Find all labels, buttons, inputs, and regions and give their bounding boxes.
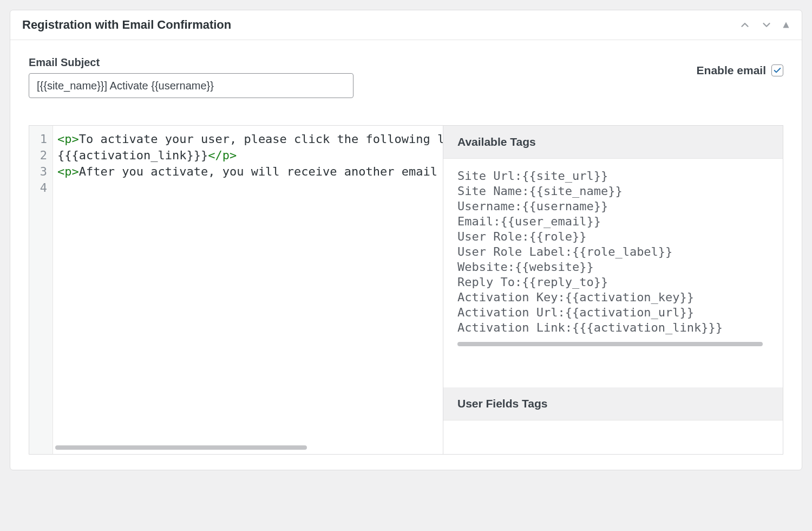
enable-email-row: Enable email (697, 64, 783, 77)
enable-email-checkbox[interactable] (771, 64, 783, 76)
triangle-up-icon[interactable] (782, 21, 790, 29)
email-subject-input[interactable] (29, 73, 353, 98)
line-number: 1 (37, 131, 47, 147)
tag-row[interactable]: Reply To:{{reply_to}} (457, 275, 769, 290)
editor-row: 1 2 3 4 <p>To activate your user, please… (29, 125, 783, 455)
tag-row[interactable]: User Role:{{role}} (457, 229, 769, 244)
tag-row[interactable]: Site Url:{{site_url}} (457, 169, 769, 184)
enable-email-label: Enable email (697, 64, 766, 77)
top-row: Email Subject Enable email (29, 56, 783, 98)
chevron-down-icon[interactable] (761, 19, 772, 31)
svg-marker-0 (783, 22, 789, 28)
tag-row[interactable]: Website:{{website}} (457, 260, 769, 275)
email-subject-label: Email Subject (29, 56, 353, 69)
code-text: After you activate, you will receive ano… (79, 165, 443, 178)
tag-row[interactable]: User Role Label:{{role_label}} (457, 244, 769, 260)
line-number: 3 (37, 164, 47, 180)
panel-body: Email Subject Enable email 1 2 3 4 <p>To… (10, 40, 802, 470)
user-fields-tags-header: User Fields Tags (443, 387, 783, 420)
code-text: To activate your user, please click the … (79, 132, 443, 146)
line-number-gutter: 1 2 3 4 (29, 126, 53, 454)
code-editor[interactable]: 1 2 3 4 <p>To activate your user, please… (29, 126, 443, 454)
code-tag: </p> (208, 148, 237, 162)
code-text: {{{activation_link}}} (57, 148, 208, 162)
code-tag: <p> (57, 132, 79, 146)
tag-row[interactable]: Email:{{user_email}} (457, 214, 769, 229)
code-tag: <p> (57, 165, 79, 178)
available-tags-body: Site Url:{{site_url}} Site Name:{{site_n… (443, 159, 783, 387)
panel-header: Registration with Email Confirmation (10, 10, 802, 40)
scrollbar-thumb[interactable] (55, 445, 307, 450)
code-area[interactable]: <p>To activate your user, please click t… (53, 126, 443, 454)
tag-row[interactable]: Username:{{username}} (457, 199, 769, 214)
tag-row[interactable]: Activation Link:{{{activation_link}}} (457, 320, 769, 335)
user-fields-tags-body (443, 420, 783, 454)
subject-group: Email Subject (29, 56, 353, 98)
tags-horizontal-scrollbar[interactable] (457, 342, 763, 346)
code-horizontal-scrollbar[interactable] (55, 445, 436, 451)
line-number: 2 (37, 147, 47, 164)
panel-controls (739, 19, 790, 31)
line-number: 4 (37, 180, 47, 196)
panel-title: Registration with Email Confirmation (22, 18, 231, 32)
tag-row[interactable]: Activation Key:{{activation_key}} (457, 290, 769, 305)
tags-side-pane: Available Tags Site Url:{{site_url}} Sit… (443, 126, 783, 454)
tag-row[interactable]: Site Name:{{site_name}} (457, 184, 769, 199)
tag-row[interactable]: Activation Url:{{activation_url}} (457, 305, 769, 320)
settings-panel: Registration with Email Confirmation Ema… (10, 10, 802, 470)
chevron-up-icon[interactable] (739, 19, 751, 31)
available-tags-header: Available Tags (443, 126, 783, 159)
